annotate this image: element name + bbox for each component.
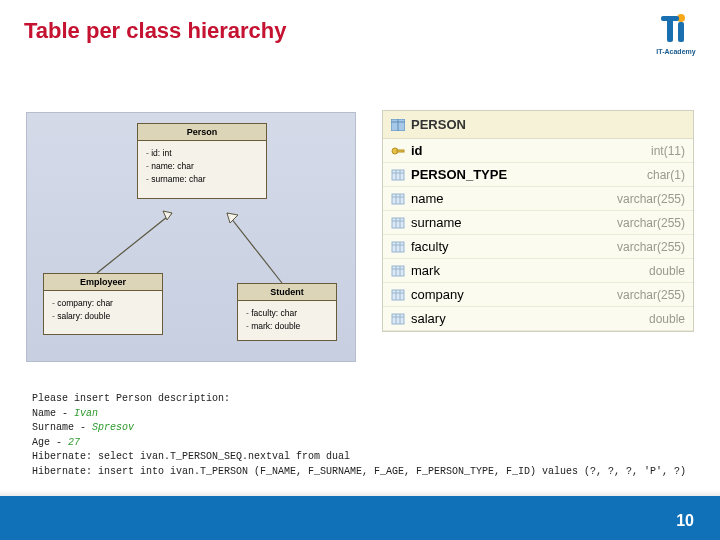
svg-rect-33: [392, 290, 404, 300]
class-student-field: mark: double: [246, 320, 328, 333]
class-employer-title: Employeer: [44, 274, 162, 291]
db-column-name: PERSON_TYPE: [411, 167, 507, 182]
class-student: Student faculty: char mark: double: [237, 283, 337, 341]
svg-rect-29: [392, 266, 404, 276]
db-column-name: salary: [411, 311, 446, 326]
db-column-type: double: [649, 264, 685, 278]
footer-bar: 10: [0, 496, 720, 540]
db-column-row: PERSON_TYPEchar(1): [383, 163, 693, 187]
db-column-row: surnamevarchar(255): [383, 211, 693, 235]
db-column-type: int(11): [651, 144, 685, 158]
class-employer-field: salary: double: [52, 310, 154, 323]
console-output: Please insert Person description: Name -…: [32, 392, 692, 479]
db-column-row: facultyvarchar(255): [383, 235, 693, 259]
svg-rect-37: [392, 314, 404, 324]
slide-title: Table per class hierarchy: [24, 18, 287, 44]
column-icon: [391, 265, 405, 277]
key-icon: [391, 145, 405, 157]
db-column-name: id: [411, 143, 423, 158]
column-icon: [391, 217, 405, 229]
svg-rect-3: [661, 16, 679, 21]
db-column-row: namevarchar(255): [383, 187, 693, 211]
class-employer: Employeer company: char salary: double: [43, 273, 163, 335]
db-table-header: PERSON: [383, 111, 693, 139]
svg-marker-7: [227, 213, 238, 223]
db-column-row: markdouble: [383, 259, 693, 283]
uml-diagram: Person id: int name: char surname: char …: [26, 112, 356, 362]
logo: IT-Academy: [656, 12, 696, 56]
db-column-row: companyvarchar(255): [383, 283, 693, 307]
class-employer-field: company: char: [52, 297, 154, 310]
db-column-row: salarydouble: [383, 307, 693, 331]
db-column-name: mark: [411, 263, 440, 278]
svg-line-6: [227, 213, 282, 283]
svg-rect-25: [392, 242, 404, 252]
db-table: PERSON idint(11)PERSON_TYPEchar(1)nameva…: [382, 110, 694, 332]
column-icon: [391, 289, 405, 301]
db-column-name: company: [411, 287, 464, 302]
db-column-name: faculty: [411, 239, 449, 254]
logo-text: IT-Academy: [656, 48, 696, 55]
column-icon: [391, 169, 405, 181]
db-column-type: char(1): [647, 168, 685, 182]
table-icon: [391, 119, 405, 131]
svg-rect-17: [392, 194, 404, 204]
column-icon: [391, 313, 405, 325]
svg-rect-21: [392, 218, 404, 228]
column-icon: [391, 193, 405, 205]
column-icon: [391, 241, 405, 253]
class-student-field: faculty: char: [246, 307, 328, 320]
db-column-name: surname: [411, 215, 462, 230]
db-column-type: double: [649, 312, 685, 326]
db-column-row: idint(11): [383, 139, 693, 163]
svg-rect-12: [397, 150, 404, 152]
svg-line-4: [97, 213, 172, 273]
svg-rect-13: [392, 170, 404, 180]
page-number: 10: [676, 512, 694, 530]
class-student-title: Student: [238, 284, 336, 301]
db-column-type: varchar(255): [617, 240, 685, 254]
db-column-type: varchar(255): [617, 288, 685, 302]
db-column-name: name: [411, 191, 444, 206]
db-column-type: varchar(255): [617, 216, 685, 230]
svg-rect-1: [678, 22, 684, 42]
db-column-type: varchar(255): [617, 192, 685, 206]
